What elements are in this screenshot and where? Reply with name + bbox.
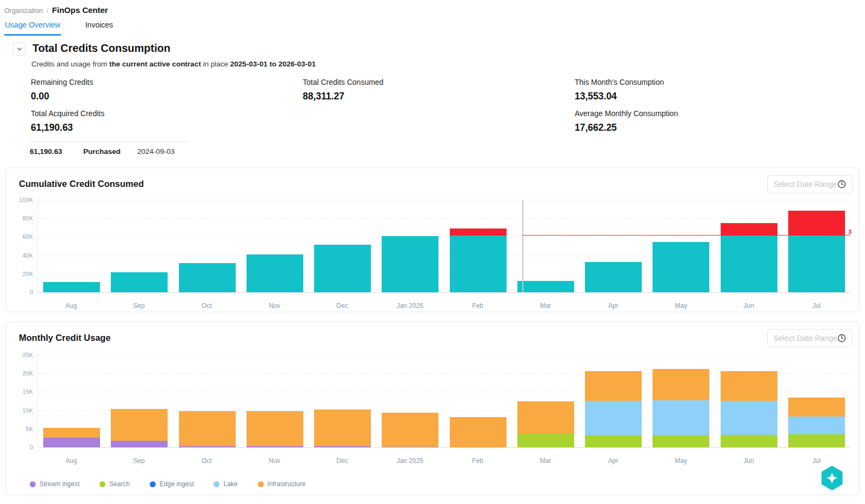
acquisition-date: 2024-09-03 <box>137 147 175 156</box>
x-tick-label: Aug <box>65 457 77 465</box>
acquisition-table-row: 61,190.63 Purchased 2024-09-03 <box>30 142 190 156</box>
monthly-chart-title: Monthly Credit Usage <box>19 333 111 343</box>
cumulative-y-axis: 100K80K60K40K20K0 <box>6 200 33 292</box>
x-tick-label: Feb <box>472 302 483 310</box>
cumulative-bar[interactable] <box>43 282 100 292</box>
chart-legend: Stream ingestSearchEdge ingestLakeInfras… <box>30 480 305 488</box>
x-tick-label: Feb <box>472 457 483 465</box>
monthly-x-axis: AugSepOctNovDecJan 2025FebMarAprMayJunJu… <box>37 457 850 465</box>
x-tick-label: Sep <box>133 302 144 310</box>
legend-dot-icon <box>99 481 105 487</box>
stacked-bar-segment[interactable] <box>653 369 709 400</box>
y-tick-label: 40K <box>22 252 33 259</box>
stacked-bar-segment[interactable] <box>314 446 371 447</box>
stacked-bar-segment[interactable] <box>111 409 168 441</box>
cumulative-bar[interactable] <box>585 262 642 292</box>
cumulative-bar-overflow[interactable] <box>450 229 507 236</box>
section-subtitle: Credits and usage from the current activ… <box>31 60 316 68</box>
stacked-bar-segment[interactable] <box>721 401 777 435</box>
y-tick-label: 20K <box>22 271 33 277</box>
stacked-bar-segment[interactable] <box>721 435 777 447</box>
subtitle-mid-text: in place <box>201 60 230 68</box>
stacked-bar-segment[interactable] <box>788 416 845 435</box>
stat-total-credits-consumed: Total Credits Consumed 88,311.27 <box>303 78 383 102</box>
assistant-button[interactable] <box>820 466 844 490</box>
stacked-bar-segment[interactable] <box>788 398 845 416</box>
stacked-bar-segment[interactable] <box>382 447 438 447</box>
cumulative-bar[interactable] <box>721 236 777 292</box>
stacked-bar-segment[interactable] <box>450 417 507 447</box>
y-tick-label: 25K <box>22 352 33 358</box>
cumulative-bar[interactable] <box>179 263 236 292</box>
stacked-bar-segment[interactable] <box>111 441 168 447</box>
monthly-date-range-picker[interactable]: Select Date Range <box>767 329 853 347</box>
legend-item-lake[interactable]: Lake <box>214 480 237 488</box>
legend-item-stream-ingest[interactable]: Stream ingest <box>30 480 79 488</box>
stacked-bar-segment[interactable] <box>585 401 642 435</box>
x-tick-label: Dec <box>336 302 348 310</box>
stacked-bar-segment[interactable] <box>517 401 574 434</box>
cumulative-bar[interactable] <box>314 245 371 292</box>
stacked-bar-segment[interactable] <box>653 400 709 435</box>
cumulative-bar-overflow[interactable] <box>721 223 777 236</box>
stacked-bar-segment[interactable] <box>43 438 100 447</box>
stat-value: 0.00 <box>31 91 93 102</box>
x-tick-label: Nov <box>269 457 280 465</box>
x-tick-label: Dec <box>336 457 348 465</box>
clock-icon <box>837 180 846 189</box>
gridline <box>38 292 850 293</box>
x-tick-label: Oct <box>202 302 212 310</box>
stacked-bar-segment[interactable] <box>653 435 709 447</box>
stat-label: Total Acquired Credits <box>31 109 104 118</box>
stacked-bar-segment[interactable] <box>179 411 236 446</box>
cumulative-bar[interactable] <box>382 236 438 292</box>
date-range-placeholder: Select Date Range <box>774 180 837 189</box>
y-tick-label: 80K <box>22 215 33 221</box>
legend-item-search[interactable]: Search <box>99 480 130 488</box>
x-tick-label: Jul <box>813 302 821 310</box>
x-tick-label: Jun <box>743 457 754 465</box>
stacked-bar-segment[interactable] <box>585 435 642 447</box>
stacked-bar-segment[interactable] <box>721 371 777 401</box>
cumulative-date-range-picker[interactable]: Select Date Range <box>767 175 853 193</box>
stacked-bar-segment[interactable] <box>179 446 236 447</box>
legend-item-edge-ingest[interactable]: Edge ingest <box>150 480 194 488</box>
x-tick-label: May <box>675 457 687 465</box>
stacked-bar-segment[interactable] <box>314 409 371 446</box>
cumulative-bar[interactable] <box>111 272 168 292</box>
x-tick-label: Jan 2025 <box>397 457 423 465</box>
collapse-section-button[interactable] <box>13 43 26 56</box>
legend-label: Lake <box>223 480 237 488</box>
x-tick-label: Apr <box>608 457 618 465</box>
acquisition-type: Purchased <box>83 147 137 156</box>
stacked-bar-segment[interactable] <box>517 434 574 447</box>
cumulative-bar[interactable] <box>788 236 845 292</box>
tab-usage-overview[interactable]: Usage Overview <box>4 21 61 36</box>
stacked-bar-segment[interactable] <box>247 446 303 447</box>
cumulative-bar-overflow[interactable] <box>788 211 845 236</box>
legend-item-infrastructure[interactable]: Infrastructure <box>258 480 306 488</box>
y-tick-label: 5K <box>26 426 33 432</box>
stacked-bar-segment[interactable] <box>382 413 438 447</box>
stacked-bar-segment[interactable] <box>43 428 100 438</box>
y-tick-label: 60K <box>22 233 33 240</box>
cumulative-bar[interactable] <box>517 281 574 292</box>
x-tick-label: Mar <box>540 457 551 465</box>
stat-label: This Month's Consumption <box>575 78 664 86</box>
cumulative-bar[interactable] <box>450 236 507 292</box>
stacked-bar-segment[interactable] <box>247 411 303 446</box>
y-tick-label: 100K <box>19 197 33 203</box>
monthly-y-axis: 25K20K15K10K5K0 <box>6 355 33 447</box>
threshold-label: 3 <box>848 229 851 235</box>
legend-dot-icon <box>150 481 156 487</box>
gridline <box>38 447 850 448</box>
acquisition-amount: 61,190.63 <box>30 147 83 156</box>
legend-label: Edge ingest <box>159 480 194 488</box>
cumulative-bar[interactable] <box>653 242 709 292</box>
breadcrumb-organization[interactable]: Organization <box>4 7 43 15</box>
stacked-bar-segment[interactable] <box>585 371 642 401</box>
stat-value: 17,662.25 <box>575 122 678 133</box>
cumulative-bar[interactable] <box>247 254 303 292</box>
tab-invoices[interactable]: Invoices <box>85 21 114 36</box>
stacked-bar-segment[interactable] <box>788 434 845 447</box>
